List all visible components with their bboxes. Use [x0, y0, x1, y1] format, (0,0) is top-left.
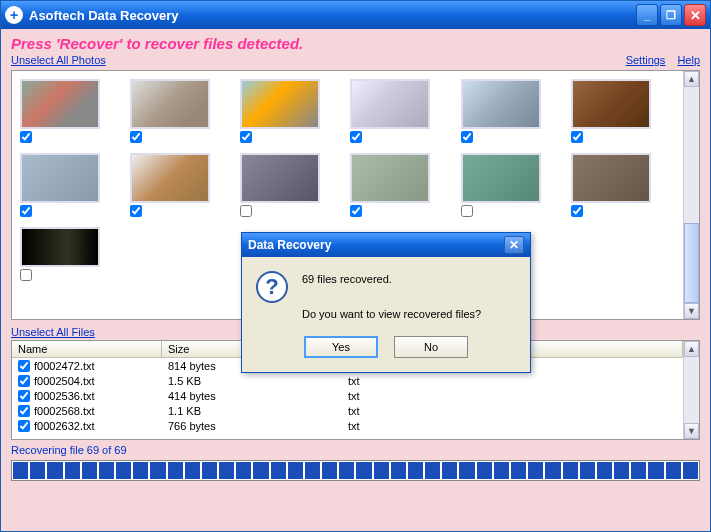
photo-checkbox[interactable]: [461, 131, 473, 143]
photo-thumbnail: [20, 227, 100, 267]
file-name: f0002568.txt: [34, 405, 95, 417]
close-button[interactable]: ✕: [684, 4, 706, 26]
file-extension: txt: [342, 420, 492, 432]
question-icon: ?: [256, 271, 288, 303]
photo-checkbox[interactable]: [130, 205, 142, 217]
photo-checkbox[interactable]: [571, 131, 583, 143]
photo-checkbox[interactable]: [130, 131, 142, 143]
photo-thumbnail: [571, 153, 651, 203]
dialog-message: 69 files recovered. Do you want to view …: [302, 271, 481, 324]
photo-item[interactable]: [20, 79, 124, 143]
scroll-up-icon[interactable]: ▲: [684, 71, 699, 87]
photos-links-row: Unselect All Photos Settings Help: [11, 54, 700, 66]
photo-thumbnail: [461, 79, 541, 129]
file-name: f0002536.txt: [34, 390, 95, 402]
file-name: f0002472.txt: [34, 360, 95, 372]
photo-thumbnail: [20, 153, 100, 203]
file-extension: txt: [342, 405, 492, 417]
file-size: 1.1 KB: [162, 405, 342, 417]
file-checkbox[interactable]: [18, 360, 30, 372]
photo-thumbnail: [461, 153, 541, 203]
app-title: Asoftech Data Recovery: [29, 8, 636, 23]
photo-checkbox[interactable]: [20, 131, 32, 143]
content-area: Press 'Recover' to recover files detecte…: [1, 29, 710, 531]
file-name: f0002504.txt: [34, 375, 95, 387]
file-checkbox[interactable]: [18, 375, 30, 387]
photo-checkbox[interactable]: [20, 269, 32, 281]
photo-checkbox[interactable]: [20, 205, 32, 217]
scroll-track[interactable]: [684, 87, 699, 223]
settings-link[interactable]: Settings: [626, 54, 666, 66]
file-checkbox[interactable]: [18, 390, 30, 402]
scroll-down-icon[interactable]: ▼: [684, 303, 699, 319]
col-header-name[interactable]: Name: [12, 341, 162, 357]
file-checkbox[interactable]: [18, 405, 30, 417]
app-window: + Asoftech Data Recovery _ ❐ ✕ Press 'Re…: [0, 0, 711, 532]
dialog-title-text: Data Recovery: [248, 238, 504, 252]
unselect-all-photos-link[interactable]: Unselect All Photos: [11, 54, 106, 66]
photo-thumbnail: [350, 153, 430, 203]
files-scrollbar[interactable]: ▲ ▼: [683, 341, 699, 439]
minimize-button[interactable]: _: [636, 4, 658, 26]
table-row[interactable]: f0002568.txt1.1 KBtxt: [12, 403, 683, 418]
photo-thumbnail: [240, 153, 320, 203]
photo-checkbox[interactable]: [350, 205, 362, 217]
app-icon: +: [5, 6, 23, 24]
recovery-dialog: Data Recovery ✕ ? 69 files recovered. Do…: [241, 232, 531, 373]
table-row[interactable]: f0002504.txt1.5 KBtxt: [12, 373, 683, 388]
no-button[interactable]: No: [394, 336, 468, 358]
photo-thumbnail: [130, 79, 210, 129]
photo-item[interactable]: [240, 79, 344, 143]
status-text: Recovering file 69 of 69: [11, 444, 700, 456]
photo-item[interactable]: [461, 153, 565, 217]
file-extension: txt: [342, 375, 492, 387]
photo-checkbox[interactable]: [240, 205, 252, 217]
photo-checkbox[interactable]: [240, 131, 252, 143]
table-row[interactable]: f0002632.txt766 bytestxt: [12, 418, 683, 433]
maximize-button[interactable]: ❐: [660, 4, 682, 26]
dialog-line1: 69 files recovered.: [302, 271, 481, 289]
photo-item[interactable]: [350, 153, 454, 217]
file-checkbox[interactable]: [18, 420, 30, 432]
photo-item[interactable]: [130, 79, 234, 143]
instruction-text: Press 'Recover' to recover files detecte…: [11, 35, 700, 52]
file-name: f0002632.txt: [34, 420, 95, 432]
yes-button[interactable]: Yes: [304, 336, 378, 358]
file-size: 766 bytes: [162, 420, 342, 432]
photo-thumbnail: [350, 79, 430, 129]
photo-item[interactable]: [571, 79, 675, 143]
titlebar: + Asoftech Data Recovery _ ❐ ✕: [1, 1, 710, 29]
dialog-line2: Do you want to view recovered files?: [302, 306, 481, 324]
photo-item[interactable]: [240, 153, 344, 217]
photo-item[interactable]: [20, 227, 124, 281]
photo-item[interactable]: [571, 153, 675, 217]
photo-item[interactable]: [350, 79, 454, 143]
dialog-titlebar: Data Recovery ✕: [242, 233, 530, 257]
scroll-track[interactable]: [684, 357, 699, 423]
photo-item[interactable]: [461, 79, 565, 143]
photo-thumbnail: [130, 153, 210, 203]
window-controls: _ ❐ ✕: [636, 4, 706, 26]
photos-scrollbar[interactable]: ▲ ▼: [683, 71, 699, 319]
photo-item[interactable]: [130, 153, 234, 217]
file-extension: txt: [342, 390, 492, 402]
photo-thumbnail: [240, 79, 320, 129]
photo-thumbnail: [571, 79, 651, 129]
dialog-buttons: Yes No: [242, 332, 530, 372]
progress-bar: [11, 460, 700, 481]
help-link[interactable]: Help: [677, 54, 700, 66]
photo-checkbox[interactable]: [350, 131, 362, 143]
scroll-thumb[interactable]: [684, 223, 699, 303]
photo-thumbnail: [20, 79, 100, 129]
dialog-close-button[interactable]: ✕: [504, 236, 524, 254]
photo-item[interactable]: [20, 153, 124, 217]
file-size: 414 bytes: [162, 390, 342, 402]
file-size: 1.5 KB: [162, 375, 342, 387]
scroll-down-icon[interactable]: ▼: [684, 423, 699, 439]
dialog-body: ? 69 files recovered. Do you want to vie…: [242, 257, 530, 332]
photo-checkbox[interactable]: [571, 205, 583, 217]
photo-checkbox[interactable]: [461, 205, 473, 217]
unselect-all-files-link[interactable]: Unselect All Files: [11, 326, 95, 338]
scroll-up-icon[interactable]: ▲: [684, 341, 699, 357]
table-row[interactable]: f0002536.txt414 bytestxt: [12, 388, 683, 403]
